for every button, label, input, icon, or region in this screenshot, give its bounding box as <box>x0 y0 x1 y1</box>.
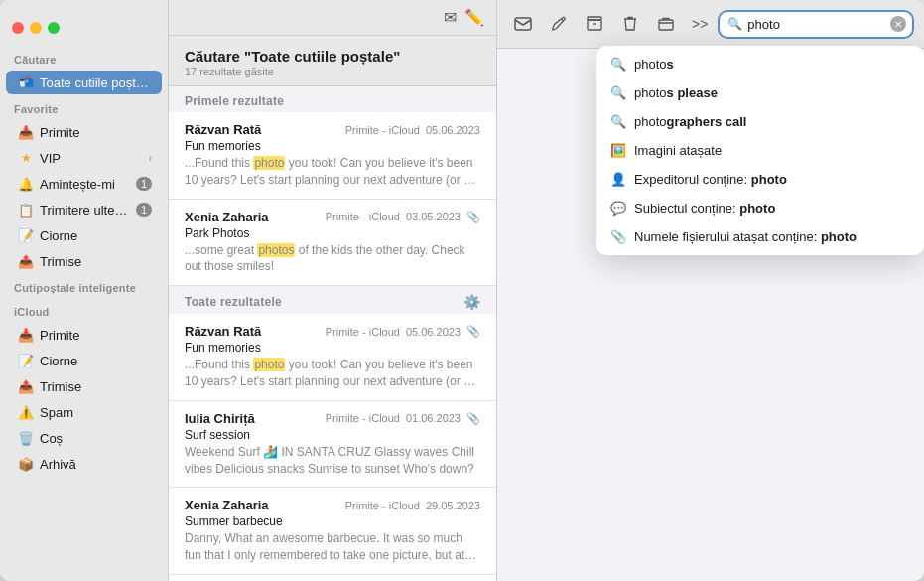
sidebar-item-trimitere[interactable]: 📋 Trimitere ulterio... 1 <box>6 198 162 221</box>
search-suggestion-icon: 🔍 <box>610 57 626 72</box>
mail-source: Primite - iCloud <box>345 500 420 511</box>
dropdown-item-images[interactable]: 🖼️ Imagini atașate <box>596 136 924 165</box>
sidebar-item-vip[interactable]: ★ VIP › <box>6 146 162 170</box>
mail-subject: Surf session <box>185 428 480 442</box>
mail-sender: Iulia Chiriță <box>185 411 255 426</box>
all-results-label: Toate rezultatele <box>185 295 282 309</box>
mail-meta: Primite - iCloud 05.06.2023 <box>345 124 480 136</box>
mail-date: 05.06.2023 <box>406 326 461 338</box>
mail-item[interactable]: Răzvan Rată Primite - iCloud 05.06.2023 … <box>169 112 496 200</box>
compose-button[interactable] <box>545 10 573 38</box>
new-message-button[interactable] <box>509 10 537 38</box>
search-suggestion-icon: 🔍 <box>610 114 626 129</box>
search-title: Căutare "Toate cutiile poștale" <box>185 48 480 65</box>
image-filter-icon: 🖼️ <box>610 143 626 158</box>
more-button[interactable]: >> <box>688 12 712 36</box>
first-results-label: Primele rezultate <box>185 94 284 108</box>
icloud-archive-icon: 📦 <box>18 456 34 472</box>
mail-item[interactable]: Vali Amariei Primite - iCloud 22.05.2023… <box>169 575 496 581</box>
star-icon: ★ <box>18 150 34 166</box>
minimize-button[interactable] <box>30 22 42 34</box>
svg-rect-2 <box>588 17 601 20</box>
mail-item[interactable]: Răzvan Rată Primite - iCloud 05.06.2023 … <box>169 314 496 401</box>
new-message-icon[interactable]: ✉ <box>444 8 457 27</box>
mail-date: 05.06.2023 <box>426 124 480 136</box>
subject-filter-icon: 💬 <box>610 201 626 216</box>
icloud-ciorne-label: Ciorne <box>40 354 152 368</box>
mail-item[interactable]: Iulia Chiriță Primite - iCloud 01.06.202… <box>169 401 496 489</box>
mail-source: Primite - iCloud <box>326 211 400 222</box>
mail-meta: Primite - iCloud 01.06.2023 📎 <box>326 412 480 425</box>
mail-preview: ...some great photos of the kids the oth… <box>185 242 480 276</box>
icloud-spam-icon: ⚠️ <box>18 404 34 420</box>
sidebar-item-trimise[interactable]: 📤 Trimise <box>6 249 162 273</box>
sidebar-item-icloud-primite[interactable]: 📥 Primite <box>6 323 162 347</box>
junk-icon <box>658 16 674 32</box>
dropdown-text-photos-please: photos please <box>634 85 718 100</box>
dropdown-item-photos[interactable]: 🔍 photos <box>596 50 924 78</box>
icloud-sent-icon: 📤 <box>18 378 34 394</box>
dropdown-item-sender[interactable]: 👤 Expeditorul conține: photo <box>596 165 924 194</box>
mail-preview: Weekend Surf 🏄 IN SANTA CRUZ Glassy wave… <box>185 444 480 478</box>
mail-preview: Danny, What an awesome barbecue. It was … <box>185 530 480 564</box>
search-dropdown: 🔍 photos 🔍 photos please 🔍 photographers… <box>596 46 924 255</box>
icloud-drafts-icon: 📝 <box>18 353 34 368</box>
mail-list[interactable]: Primele rezultate Răzvan Rată Primite - … <box>169 86 496 581</box>
mail-preview: ...Found this photo you took! Can you be… <box>185 155 480 189</box>
mail-date: 01.06.2023 <box>406 412 461 424</box>
vip-label: VIP <box>40 151 145 166</box>
settings-icon[interactable]: ⚙️ <box>463 294 480 310</box>
sidebar-item-aminteste[interactable]: 🔔 Amintește-mi 1 <box>6 172 162 196</box>
dropdown-text-images: Imagini atașate <box>634 143 722 158</box>
sidebar-item-ciorne[interactable]: 📝 Ciorne <box>6 223 162 247</box>
search-input[interactable] <box>720 12 912 37</box>
sidebar-item-all-mailboxes[interactable]: 📬 Toate cutiile poștale <box>6 71 162 94</box>
drafts-icon: 📝 <box>18 227 34 243</box>
dropdown-item-photographers[interactable]: 🔍 photographers call <box>596 107 924 136</box>
primite-label: Primite <box>40 125 152 140</box>
maximize-button[interactable] <box>48 22 60 34</box>
mail-subject: Summer barbecue <box>185 514 480 528</box>
attachment-filter-icon: 📎 <box>610 229 626 244</box>
sidebar: Căutare 📬 Toate cutiile poștale Favorite… <box>0 0 169 581</box>
dropdown-text-subject: Subiectul conține: photo <box>634 201 775 216</box>
dropdown-item-subject[interactable]: 💬 Subiectul conține: photo <box>596 194 924 222</box>
archive-button[interactable] <box>581 10 608 38</box>
mail-item-header: Iulia Chiriță Primite - iCloud 01.06.202… <box>185 411 480 426</box>
trimitere-label: Trimitere ulterio... <box>40 203 130 218</box>
mail-date: 03.05.2023 <box>406 211 461 222</box>
search-clear-button[interactable]: ✕ <box>890 16 906 32</box>
inbox-icon: 📥 <box>18 124 34 140</box>
icloud-trimise-label: Trimise <box>40 379 152 394</box>
ciorne-label: Ciorne <box>40 228 152 243</box>
mail-date: 29.05.2023 <box>426 500 480 511</box>
icloud-arhiva-label: Arhivă <box>40 457 152 472</box>
sidebar-item-primite[interactable]: 📥 Primite <box>6 120 162 144</box>
archive-icon <box>587 16 602 32</box>
mail-item-header: Răzvan Rată Primite - iCloud 05.06.2023 … <box>185 324 480 339</box>
sidebar-item-icloud-arhiva[interactable]: 📦 Arhivă <box>6 452 162 476</box>
sidebar-item-icloud-trimise[interactable]: 📤 Trimise <box>6 374 162 398</box>
envelope-icon <box>514 16 532 32</box>
dropdown-item-photos-please[interactable]: 🔍 photos please <box>596 78 924 107</box>
mail-meta: Primite - iCloud 03.05.2023 📎 <box>326 211 480 223</box>
icloud-primite-label: Primite <box>40 328 152 343</box>
trimitere-badge: 1 <box>136 203 152 217</box>
reminder-icon: 🔔 <box>18 176 34 192</box>
search-container: 🔍 ✕ <box>720 12 912 37</box>
sidebar-item-icloud-cos[interactable]: 🗑️ Coș <box>6 426 162 450</box>
trash-button[interactable] <box>616 10 644 38</box>
trimise-label: Trimise <box>40 254 152 269</box>
chevron-right-icon: › <box>149 153 152 164</box>
mail-item[interactable]: Xenia Zaharia Primite - iCloud 03.05.202… <box>169 200 496 287</box>
window-controls-area <box>0 10 168 46</box>
sidebar-item-icloud-spam[interactable]: ⚠️ Spam <box>6 400 162 424</box>
close-button[interactable] <box>12 22 24 34</box>
dropdown-item-filename[interactable]: 📎 Numele fișierului atașat conține: phot… <box>596 222 924 251</box>
mail-item[interactable]: Xenia Zaharia Primite - iCloud 29.05.202… <box>169 488 496 575</box>
sidebar-item-icloud-ciorne[interactable]: 📝 Ciorne <box>6 349 162 372</box>
main-header-toolbar: ✉ ✏️ <box>169 0 496 36</box>
search-header: Căutare "Toate cutiile poștale" 17 rezul… <box>169 36 496 86</box>
compose-icon[interactable]: ✏️ <box>464 8 484 27</box>
junk-button[interactable] <box>652 10 680 38</box>
